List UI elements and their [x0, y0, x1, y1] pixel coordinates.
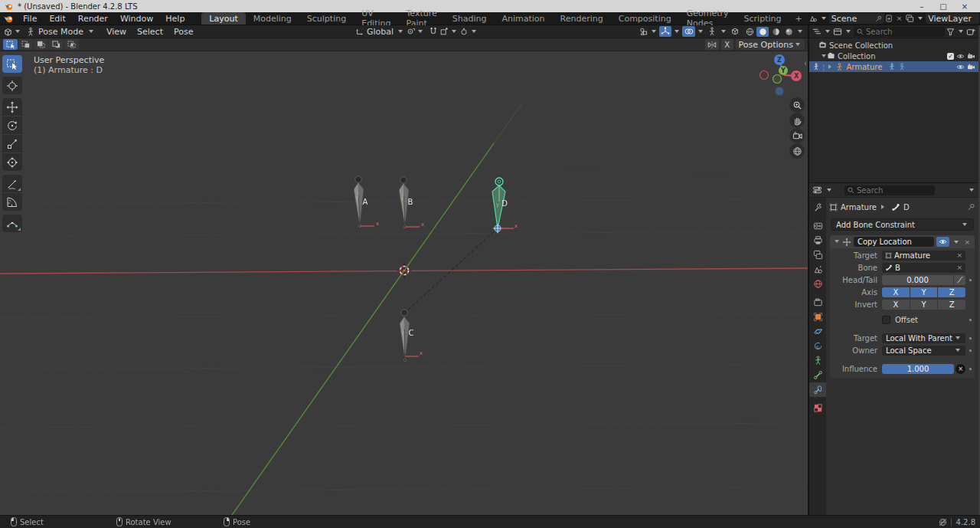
invert-z-toggle[interactable]: Z: [938, 300, 965, 310]
new-collection-icon[interactable]: [966, 28, 975, 36]
tab-scripting[interactable]: Scripting: [737, 12, 789, 25]
clear-bone-button[interactable]: ×: [956, 264, 962, 271]
close-button[interactable]: ×: [954, 2, 975, 11]
outliner-row-scene-collection[interactable]: Scene Collection: [809, 40, 978, 51]
mirror-butterfly-icon[interactable]: [705, 39, 719, 50]
outliner-search[interactable]: [854, 27, 945, 37]
menu-select[interactable]: Select: [132, 27, 168, 37]
shading-material-button[interactable]: [769, 27, 782, 37]
invert-x-toggle[interactable]: X: [882, 300, 910, 310]
bone-label-c[interactable]: C: [409, 329, 414, 337]
menu-window[interactable]: Window: [114, 12, 159, 25]
bone-c[interactable]: [400, 310, 419, 365]
owner-space-dropdown[interactable]: Local Space: [882, 346, 965, 356]
chevron-down-icon[interactable]: [959, 30, 963, 35]
blender-logo-icon[interactable]: [0, 12, 17, 25]
head-tail-slider[interactable]: 0.000: [882, 275, 953, 285]
constraint-enable-eye-button[interactable]: [936, 237, 949, 247]
select-extend-button[interactable]: [18, 39, 33, 50]
chevron-down-icon[interactable]: [846, 30, 851, 35]
pin-icon[interactable]: [967, 203, 975, 212]
breadcrumb-object[interactable]: Armature: [841, 203, 877, 212]
shading-rendered-button[interactable]: [782, 27, 795, 37]
scene-icon[interactable]: [808, 14, 818, 23]
menu-help[interactable]: Help: [159, 12, 191, 25]
tab-uv-editing[interactable]: UV Editing: [354, 12, 398, 25]
tab-compositing[interactable]: Compositing: [611, 12, 679, 25]
show-overlays-toggle[interactable]: [682, 26, 695, 37]
filter-funnel-icon[interactable]: [946, 28, 955, 36]
hide-eye-icon[interactable]: [956, 53, 965, 60]
chevron-down-icon[interactable]: [827, 189, 831, 194]
animate-dot[interactable]: [969, 349, 972, 352]
show-gizmo-toggle[interactable]: [659, 26, 671, 37]
minimize-button[interactable]: –: [911, 2, 933, 11]
gizmo-y-label[interactable]: Y: [779, 66, 788, 75]
menu-view[interactable]: View: [101, 27, 132, 37]
bone-label-b[interactable]: B: [408, 198, 413, 206]
animate-dot[interactable]: [969, 337, 972, 339]
pose-data-icon[interactable]: [898, 63, 906, 71]
new-scene-icon[interactable]: [886, 15, 893, 23]
properties-editor-icon[interactable]: [812, 185, 822, 195]
chevron-down-icon[interactable]: [15, 30, 20, 35]
offset-checkbox[interactable]: [882, 316, 890, 324]
chevron-down-icon[interactable]: [825, 30, 830, 35]
tab-world[interactable]: [809, 277, 826, 291]
transform-orientation-dropdown[interactable]: Global: [355, 27, 404, 37]
tool-move[interactable]: [2, 98, 22, 116]
sidebar-expand-arrow[interactable]: ‹: [804, 59, 807, 67]
proportional-edit-dropdown[interactable]: [459, 27, 478, 36]
tab-shading[interactable]: Shading: [445, 12, 495, 25]
properties-search-input[interactable]: [857, 186, 932, 195]
gizmo-x-label[interactable]: X: [791, 71, 802, 81]
armature-data-icon[interactable]: [888, 63, 896, 71]
mirror-x-toggle[interactable]: X: [721, 39, 733, 50]
panel-collapse-icon[interactable]: [835, 240, 839, 245]
collection-checkbox[interactable]: ✓: [947, 53, 954, 60]
target-bone-field[interactable]: B ×: [882, 263, 965, 273]
tool-transform[interactable]: [2, 153, 22, 171]
tab-collection[interactable]: [809, 295, 826, 310]
add-bone-constraint-button[interactable]: Add Bone Constraint: [831, 218, 974, 231]
gizmo-z-label[interactable]: Z: [774, 54, 785, 65]
toggle-xray-box-icon[interactable]: [729, 26, 741, 37]
chevron-down-icon[interactable]: [918, 17, 923, 22]
menu-file[interactable]: File: [17, 12, 43, 25]
tool-rotate[interactable]: [2, 116, 22, 134]
pivot-point-dropdown[interactable]: [406, 27, 424, 36]
tab-texture[interactable]: [809, 401, 826, 415]
tab-object-constraints[interactable]: [809, 339, 826, 353]
navigation-gizmo[interactable]: Z Y X: [757, 53, 806, 102]
tool-pose-breakdowner[interactable]: [2, 215, 22, 232]
editor-type-icon[interactable]: [3, 27, 13, 37]
camera-view-button[interactable]: [789, 128, 805, 143]
properties-search[interactable]: [844, 185, 935, 195]
network-offline-icon[interactable]: [939, 518, 947, 526]
tab-animation[interactable]: Animation: [494, 12, 552, 25]
chevron-down-icon[interactable]: [822, 17, 826, 22]
bone-label-a[interactable]: A: [363, 198, 368, 206]
object-visibility-dropdown[interactable]: [639, 27, 658, 36]
animate-dot[interactable]: [969, 368, 972, 370]
shading-solid-button[interactable]: [756, 27, 769, 37]
tool-select-box[interactable]: [2, 55, 22, 73]
tab-physics[interactable]: [809, 324, 826, 339]
axis-y-toggle[interactable]: Y: [910, 287, 938, 297]
outliner-display-mode-icon[interactable]: [833, 28, 842, 36]
perspective-toggle-button[interactable]: [789, 143, 805, 159]
tab-render[interactable]: [809, 218, 826, 233]
tab-sculpting[interactable]: Sculpting: [299, 12, 354, 25]
chevron-down-icon[interactable]: [698, 30, 703, 35]
tab-bone-constraints[interactable]: [809, 382, 826, 397]
unlink-scene-button[interactable]: ×: [895, 15, 904, 22]
tab-object-data[interactable]: [809, 353, 826, 368]
tab-scene[interactable]: [809, 262, 826, 277]
invert-y-toggle[interactable]: Y: [910, 300, 938, 310]
breadcrumb-bone[interactable]: D: [903, 203, 910, 212]
viewlayer-selector[interactable]: ViewLayer: [926, 13, 979, 24]
tab-geometry-nodes[interactable]: Geometry Nodes: [679, 12, 737, 25]
snap-settings-dropdown[interactable]: [439, 27, 458, 36]
menu-pose[interactable]: Pose: [168, 27, 198, 37]
tool-scale[interactable]: [2, 135, 22, 152]
